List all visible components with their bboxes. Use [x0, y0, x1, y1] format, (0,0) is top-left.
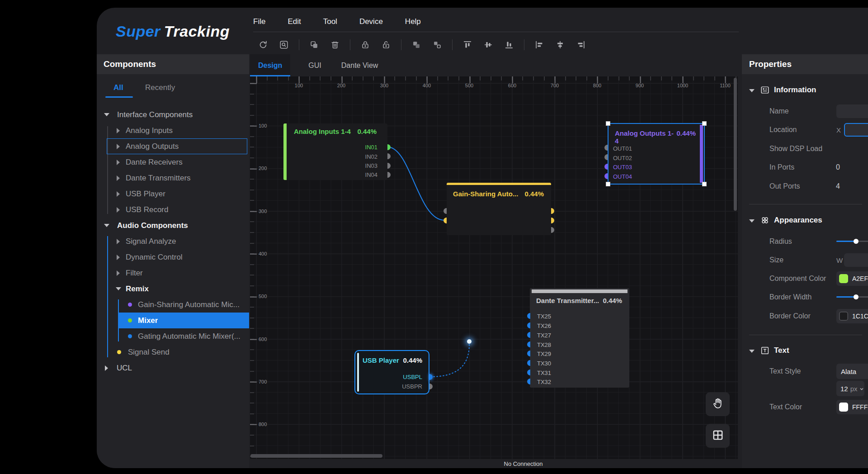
align-right-icon[interactable]	[575, 39, 587, 51]
tree-item-usb-player[interactable]: USB Player	[97, 186, 249, 202]
output-port[interactable]	[387, 153, 391, 159]
output-port[interactable]	[387, 144, 391, 150]
tab-dante-view[interactable]: Dante View	[333, 54, 387, 76]
node-usb-player[interactable]: USB Player 0.44% USBPL USBPR	[354, 350, 429, 394]
selection-handle[interactable]	[606, 121, 610, 126]
tree-item-audio-components[interactable]: Audio Components	[97, 218, 249, 233]
text-style-select[interactable]: Alata	[836, 364, 868, 379]
align-top-icon[interactable]	[462, 39, 473, 51]
input-port[interactable]	[604, 154, 608, 160]
tab-recently[interactable]: Recently	[145, 83, 175, 92]
chevron-down-icon[interactable]	[749, 350, 755, 353]
section-appearances[interactable]: Appearances	[742, 214, 868, 228]
selection-handle[interactable]	[702, 121, 707, 126]
node-gain-sharing-automatic-mic-mixer[interactable]: Gain-Sharing Auto... 0.44%	[447, 183, 551, 235]
pan-tool-button[interactable]	[706, 392, 730, 416]
chevron-right-icon[interactable]	[117, 160, 120, 165]
node-dante-transmitters[interactable]: Dante Transmitter... 0.44% TX25 TX26 TX2…	[530, 288, 629, 388]
align-vertical-center-icon[interactable]	[482, 39, 494, 51]
input-port[interactable]	[604, 164, 608, 170]
design-canvas[interactable]: 100 200 300 400 500 600 700 800 900 1000…	[250, 76, 738, 468]
input-port[interactable]	[527, 332, 530, 338]
chevron-right-icon[interactable]	[117, 239, 120, 244]
wire-drag-handle[interactable]	[467, 339, 472, 344]
tree-item-gating-automatic-mic-mixer[interactable]: Gating Automatic Mic Mixer(...	[97, 328, 249, 344]
tree-item-dynamic-control[interactable]: Dynamic Control	[97, 249, 249, 265]
chevron-right-icon[interactable]	[117, 207, 120, 213]
grid-view-button[interactable]	[706, 424, 730, 448]
selection-handle[interactable]	[702, 182, 707, 186]
chevron-right-icon[interactable]	[117, 191, 120, 197]
selection-handle[interactable]	[606, 182, 610, 186]
chevron-down-icon[interactable]	[104, 224, 109, 227]
menu-edit[interactable]: Edit	[288, 17, 301, 26]
output-port[interactable]	[387, 172, 391, 178]
input-port[interactable]	[527, 379, 530, 384]
chevron-down-icon[interactable]	[116, 287, 121, 290]
chevron-right-icon[interactable]	[117, 175, 120, 181]
delete-icon[interactable]	[329, 39, 341, 51]
tree-item-ucl[interactable]: UCL	[97, 360, 249, 376]
output-port[interactable]	[551, 218, 554, 223]
tab-all[interactable]: All	[113, 83, 123, 92]
input-port[interactable]	[527, 322, 530, 328]
chevron-right-icon[interactable]	[117, 255, 120, 260]
chevron-right-icon[interactable]	[117, 128, 120, 133]
tree-item-signal-analyze[interactable]: Signal Analyze	[97, 233, 249, 249]
unlock-icon[interactable]	[380, 39, 392, 51]
border-width-slider[interactable]	[836, 290, 868, 304]
menu-file[interactable]: File	[253, 17, 265, 26]
tree-item-interface-components[interactable]: Interface Components	[97, 107, 249, 123]
location-x-input[interactable]	[844, 123, 868, 137]
tree-item-dante-transmitters[interactable]: Dante Transmitters	[97, 170, 249, 186]
vertical-scrollbar[interactable]	[734, 78, 737, 211]
connection-wire-pending[interactable]	[430, 344, 469, 377]
text-color-picker[interactable]: FFFFFF	[836, 400, 868, 414]
chevron-down-icon[interactable]	[749, 89, 755, 92]
align-bottom-icon[interactable]	[503, 39, 515, 51]
tree-item-analog-inputs[interactable]: Analog Inputs	[97, 123, 249, 138]
menu-device[interactable]: Device	[359, 17, 383, 26]
tree-item-gain-sharing-automatic-mic[interactable]: Gain-Sharing Automatic Mic...	[97, 297, 249, 313]
input-port[interactable]	[443, 208, 447, 214]
output-port[interactable]	[551, 208, 554, 214]
tree-item-mixer[interactable]: Mixer	[97, 313, 249, 328]
input-port[interactable]	[527, 360, 530, 366]
tree-item-remix[interactable]: Remix	[97, 281, 249, 297]
output-port[interactable]	[429, 374, 433, 380]
group-icon[interactable]	[410, 39, 422, 51]
align-left-icon[interactable]	[533, 39, 545, 51]
input-port[interactable]	[604, 173, 608, 179]
radius-slider[interactable]	[836, 235, 868, 248]
input-port[interactable]	[604, 145, 608, 151]
menu-help[interactable]: Help	[405, 17, 421, 26]
chevron-right-icon[interactable]	[117, 270, 120, 276]
tab-design[interactable]: Design	[250, 54, 290, 76]
horizontal-scrollbar[interactable]	[250, 454, 382, 458]
tree-item-usb-record[interactable]: USB Record	[97, 202, 249, 218]
align-horizontal-center-icon[interactable]	[554, 39, 566, 51]
connection-wire[interactable]	[388, 147, 444, 220]
color-swatch[interactable]	[839, 274, 848, 283]
chevron-down-icon[interactable]	[749, 219, 755, 223]
input-port[interactable]	[527, 313, 530, 319]
ungroup-icon[interactable]	[431, 39, 443, 51]
zoom-to-fit-icon[interactable]	[278, 39, 290, 51]
input-port[interactable]	[527, 370, 530, 375]
component-color-picker[interactable]: A2EF4B	[836, 271, 868, 286]
section-text[interactable]: Text	[742, 345, 868, 358]
color-swatch[interactable]	[839, 403, 848, 412]
duplicate-icon[interactable]	[308, 39, 320, 51]
refresh-icon[interactable]	[257, 39, 269, 51]
output-port[interactable]	[387, 163, 391, 169]
lock-icon[interactable]	[359, 39, 371, 51]
tree-item-filter[interactable]: Filter	[97, 265, 249, 281]
tree-item-signal-send[interactable]: Signal Send	[97, 344, 249, 360]
border-color-picker[interactable]: 1C1C1E	[836, 309, 868, 323]
name-input[interactable]	[836, 104, 868, 118]
section-information[interactable]: Information	[742, 84, 868, 98]
node-analog-outputs[interactable]: Analog Outputs 1-4 0.44% OUT01 OUT02 OUT…	[608, 123, 705, 185]
node-analog-inputs[interactable]: Analog Inputs 1-4 0.44% IN01 IN02 IN03 I…	[283, 123, 387, 180]
output-port[interactable]	[551, 227, 554, 233]
output-port[interactable]	[429, 384, 433, 389]
